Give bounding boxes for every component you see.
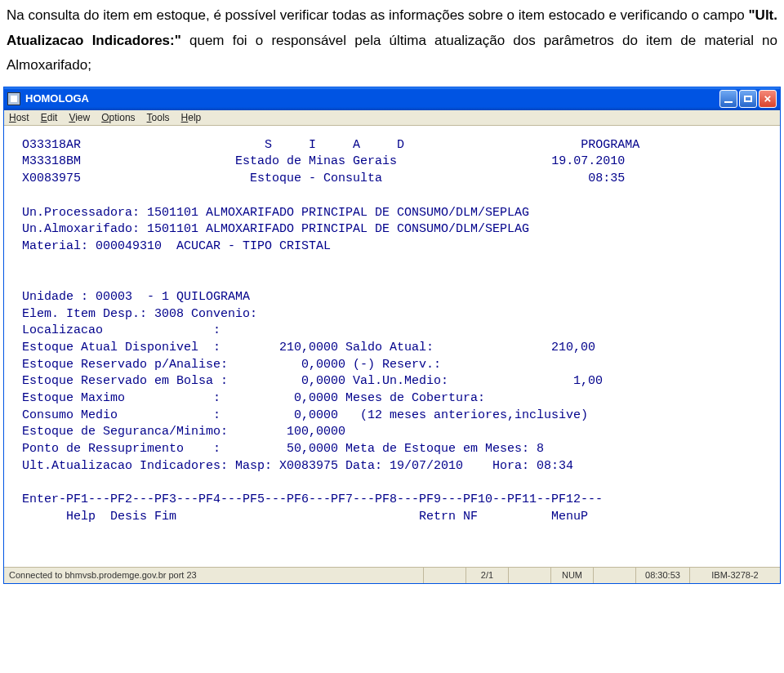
menu-view[interactable]: View	[69, 112, 90, 123]
maximize-button[interactable]	[739, 90, 757, 108]
hdr-l3-left: X0083975	[22, 172, 81, 185]
menu-tools[interactable]: Tools	[147, 112, 170, 123]
app-icon	[7, 92, 20, 105]
estoque-max-line: Estoque Maximo : 0,0000 Meses de Cobertu…	[22, 391, 485, 405]
status-connected: Connected to bhmvsb.prodemge.gov.br port…	[4, 568, 424, 583]
window-buttons: ×	[719, 90, 777, 108]
status-time: 08:30:53	[636, 568, 690, 583]
app-window: HOMOLOGA × Host Edit View Options Tools …	[3, 87, 781, 584]
menu-edit[interactable]: Edit	[41, 112, 58, 123]
menubar: Host Edit View Options Tools Help	[4, 110, 780, 126]
consumo-medio-line: Consumo Medio : 0,0000 (12 meses anterio…	[22, 408, 588, 422]
elem-line: Elem. Item Desp.: 3008 Convenio:	[22, 307, 257, 321]
terminal-screen[interactable]: O33318AR S I A D PROGRAMA M33318BM Estad…	[4, 126, 780, 567]
statusbar: Connected to bhmvsb.prodemge.gov.br port…	[4, 567, 780, 583]
localizacao-line: Localizacao :	[22, 323, 220, 337]
instruction-part1: Na consulta do item em estoque, é possív…	[7, 7, 749, 23]
titlebar: HOMOLOGA ×	[4, 87, 780, 110]
close-button[interactable]: ×	[759, 90, 777, 108]
menu-options[interactable]: Options	[101, 112, 135, 123]
status-pos: 2/1	[466, 568, 509, 583]
material-value: 000049310 ACUCAR - TIPO CRISTAL	[96, 239, 331, 253]
estoque-res-analise-line: Estoque Reservado p/Analise: 0,0000 (-) …	[22, 358, 441, 372]
hdr-l3-center: Estoque - Consulta	[250, 172, 382, 185]
unalm-label: Un.Almoxarifado:	[22, 222, 140, 236]
ponto-resup-line: Ponto de Ressuprimento : 50,0000 Meta de…	[22, 442, 544, 456]
hdr-l1-center: S I A D	[265, 138, 404, 152]
status-num: NUM	[551, 568, 594, 583]
minimize-button[interactable]	[719, 90, 737, 108]
status-blank2	[509, 568, 551, 583]
unproc-label: Un.Processadora:	[22, 206, 140, 220]
fkeys-line1: Enter-PF1---PF2---PF3---PF4---PF5---PF6-…	[22, 492, 603, 506]
instruction-text: Na consulta do item em estoque, é possív…	[0, 0, 784, 87]
hdr-l2-left: M33318BM	[22, 154, 81, 168]
menu-host[interactable]: Host	[9, 112, 29, 123]
fkeys-line2: Help Desis Fim Retrn NF MenuP	[22, 510, 588, 524]
estoque-res-bolsa-line: Estoque Reservado em Bolsa : 0,0000 Val.…	[22, 374, 603, 388]
hdr-l3-right: 08:35	[588, 172, 625, 185]
material-label: Material:	[22, 239, 88, 253]
status-blank3	[594, 568, 636, 583]
unalm-value: 1501101 ALMOXARIFADO PRINCIPAL DE CONSUM…	[147, 222, 529, 236]
window-title: HOMOLOGA	[25, 92, 89, 105]
unidade-line: Unidade : 00003 - 1 QUILOGRAMA	[22, 290, 250, 304]
ult-atual-line: Ult.Atualizacao Indicadores: Masp: X0083…	[22, 459, 573, 473]
hdr-l2-center: Estado de Minas Gerais	[235, 154, 397, 168]
hdr-l1-right: PROGRAMA	[581, 138, 639, 152]
unproc-value: 1501101 ALMOXARIFADO PRINCIPAL DE CONSUM…	[147, 206, 529, 220]
menu-help[interactable]: Help	[181, 112, 202, 123]
estoque-disp-line: Estoque Atual Disponivel : 210,0000 Sald…	[22, 341, 595, 354]
status-term: IBM-3278-2	[690, 568, 780, 583]
estoque-seg-line: Estoque de Seguranca/Minimo: 100,0000	[22, 425, 345, 439]
hdr-l1-left: O33318AR	[22, 138, 81, 152]
hdr-l2-right: 19.07.2010	[551, 154, 625, 168]
status-blank1	[424, 568, 466, 583]
